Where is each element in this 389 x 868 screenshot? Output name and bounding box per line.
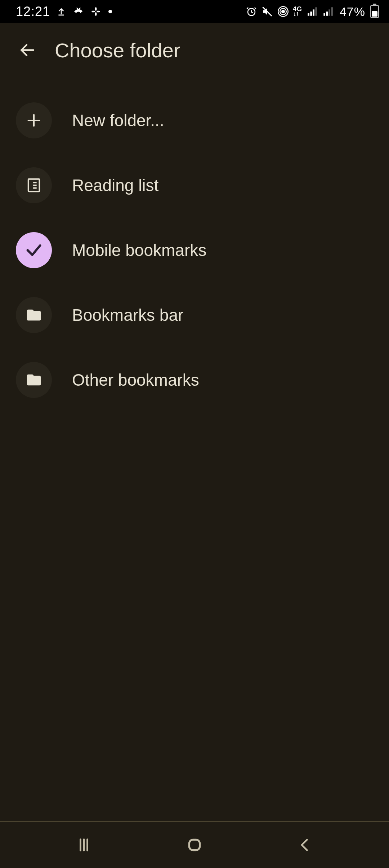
- page-title: Choose folder: [55, 39, 180, 62]
- chevron-left-icon: [297, 837, 313, 853]
- alarm-icon: [245, 5, 258, 18]
- more-notifications-dot-icon: [108, 10, 112, 13]
- item-label: Other bookmarks: [72, 370, 199, 390]
- reading-list-icon: [16, 167, 52, 203]
- back-button[interactable]: [13, 36, 42, 65]
- status-bar: 12:21 4G 47%: [0, 0, 389, 23]
- home-icon: [185, 836, 204, 854]
- status-right: 4G 47%: [245, 5, 379, 19]
- svg-point-6: [282, 10, 285, 13]
- item-label: New folder...: [72, 111, 164, 130]
- signal-2-icon: [322, 5, 334, 18]
- status-left: 12:21: [16, 4, 112, 19]
- item-label: Bookmarks bar: [72, 305, 183, 325]
- check-icon: [16, 232, 52, 268]
- plus-icon: [16, 102, 52, 138]
- battery-icon: [370, 5, 379, 18]
- bookmarks-bar-item[interactable]: Bookmarks bar: [0, 283, 389, 347]
- recents-icon: [76, 837, 92, 853]
- folder-list: New folder... Reading list Mobile bookma…: [0, 77, 389, 821]
- hotspot-icon: [277, 5, 289, 18]
- upload-icon: [55, 5, 67, 18]
- svg-rect-3: [97, 11, 100, 13]
- clock: 12:21: [16, 4, 50, 19]
- system-nav-bar: [0, 821, 389, 868]
- reading-list-item[interactable]: Reading list: [0, 153, 389, 218]
- mobile-bookmarks-item[interactable]: Mobile bookmarks: [0, 218, 389, 283]
- arrow-left-icon: [18, 41, 36, 59]
- svg-rect-22: [189, 840, 200, 850]
- signal-1-icon: [306, 5, 318, 18]
- svg-rect-2: [91, 11, 95, 13]
- recents-button[interactable]: [68, 829, 100, 861]
- folder-icon: [16, 362, 52, 398]
- battery-percent: 47%: [340, 5, 365, 19]
- nav-back-button[interactable]: [289, 829, 321, 861]
- app-bar: Choose folder: [0, 23, 389, 77]
- svg-rect-0: [95, 7, 97, 10]
- svg-rect-1: [95, 12, 97, 15]
- network-type-icon: 4G: [293, 6, 302, 17]
- folder-icon: [16, 297, 52, 333]
- new-folder-item[interactable]: New folder...: [0, 88, 389, 153]
- missed-call-icon: [72, 5, 85, 18]
- network-type-label: 4G: [293, 5, 302, 13]
- slack-icon: [90, 5, 102, 18]
- mute-icon: [261, 5, 273, 18]
- item-label: Mobile bookmarks: [72, 240, 206, 260]
- other-bookmarks-item[interactable]: Other bookmarks: [0, 347, 389, 412]
- item-label: Reading list: [72, 176, 158, 195]
- home-button[interactable]: [178, 829, 211, 861]
